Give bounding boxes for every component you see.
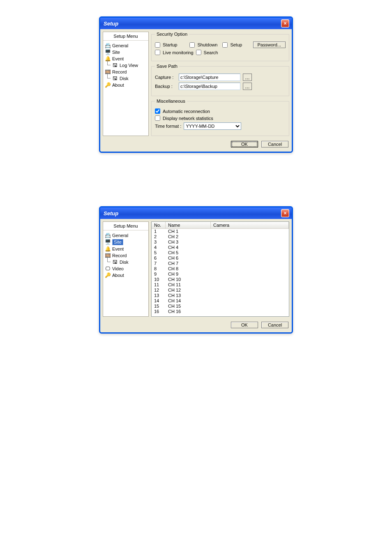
sidebar: Setup Menu 📇General🖥️Site🔔Event🖫Log View… <box>103 32 149 136</box>
cell-no: 10 <box>152 277 166 282</box>
tree-item-label: Event <box>112 56 124 62</box>
cell-no: 8 <box>152 266 166 272</box>
cell-camera <box>211 298 289 304</box>
tree-item-general[interactable]: 📇General <box>104 42 148 49</box>
list-item[interactable]: 5CH 5 <box>152 250 289 256</box>
cell-name: CH 10 <box>166 277 211 282</box>
tree-item-label: Event <box>112 246 124 252</box>
cell-camera <box>211 277 289 282</box>
backup-browse-button[interactable]: ... <box>243 83 252 90</box>
tree-item-event[interactable]: 🔔Event <box>104 55 148 62</box>
disk-icon: 🖫 <box>112 76 118 81</box>
cell-no: 5 <box>152 250 166 256</box>
tree-item-disk[interactable]: 🖫Disk <box>111 259 148 265</box>
list-item[interactable]: 9CH 9 <box>152 272 289 277</box>
list-item[interactable]: 4CH 4 <box>152 245 289 250</box>
tree-item-video[interactable]: 🖵Video <box>104 265 148 272</box>
backup-path-input[interactable] <box>179 83 240 90</box>
dialog-title: Setup <box>104 210 118 216</box>
titlebar[interactable]: Setup × <box>100 207 292 219</box>
tree-item-event[interactable]: 🔔Event <box>104 246 148 252</box>
main-panel: Security Option Startup Shutdown Setup P… <box>151 32 289 136</box>
cell-no: 6 <box>152 256 166 261</box>
cancel-button[interactable]: Cancel <box>261 322 288 328</box>
timeformat-select[interactable]: YYYY-MM-DD <box>184 122 241 130</box>
main-panel: No. Name Camera 1CH 12CH 23CH 34CH 45CH … <box>151 221 289 317</box>
tree-item-general[interactable]: 📇General <box>104 232 148 239</box>
netstats-checkbox[interactable]: Display network statistics <box>155 115 213 121</box>
dialog-footer: OK Cancel <box>100 319 292 332</box>
autoreconnect-checkbox[interactable]: Automatic reconnection <box>155 108 210 114</box>
tree-item-label: Site <box>112 50 120 55</box>
tree-item-label: About <box>112 83 124 88</box>
titlebar[interactable]: Setup × <box>100 18 292 29</box>
list-item[interactable]: 12CH 12 <box>152 288 289 293</box>
site-icon: 🖥️ <box>105 49 111 55</box>
miscellaneous-group: Miscellaneous Automatic reconnection Dis… <box>151 99 289 136</box>
misc-legend: Miscellaneous <box>155 99 187 104</box>
cell-name: CH 16 <box>166 309 211 314</box>
sidebar-title: Setup Menu <box>103 222 148 230</box>
ok-button[interactable]: OK <box>231 322 258 328</box>
shutdown-checkbox[interactable]: Shutdown <box>189 42 217 48</box>
cell-no: 9 <box>152 272 166 277</box>
list-item[interactable]: 2CH 2 <box>152 234 289 240</box>
cell-camera <box>211 293 289 298</box>
capture-path-input[interactable] <box>179 74 240 81</box>
search-checkbox[interactable]: Search <box>196 50 218 55</box>
column-camera[interactable]: Camera <box>211 222 289 228</box>
cancel-button[interactable]: Cancel <box>261 141 288 147</box>
sidebar-title: Setup Menu <box>103 32 148 41</box>
setup-checkbox[interactable]: Setup <box>222 42 242 48</box>
cell-no: 16 <box>152 309 166 314</box>
cell-name: CH 5 <box>166 250 211 256</box>
tree-item-about[interactable]: 🔑About <box>104 82 148 88</box>
setup-dialog-site: Setup × Setup Menu 📇General🖥️Site🔔Event🎞… <box>99 206 293 334</box>
list-item[interactable]: 10CH 10 <box>152 277 289 282</box>
list-item[interactable]: 1CH 1 <box>152 229 289 234</box>
record-icon: 🎞️ <box>105 253 111 258</box>
tree-item-site[interactable]: 🖥️Site <box>104 239 148 246</box>
tree-item-label: About <box>112 273 124 278</box>
tree-item-label: General <box>112 43 128 48</box>
tree-item-disk[interactable]: 🖫Disk <box>111 75 148 82</box>
tree-item-label: Disk <box>120 260 128 265</box>
column-name[interactable]: Name <box>166 222 211 228</box>
cell-camera <box>211 256 289 261</box>
tree-item-site[interactable]: 🖥️Site <box>104 49 148 55</box>
record-icon: 🎞️ <box>105 69 111 75</box>
list-item[interactable]: 3CH 3 <box>152 240 289 245</box>
tree-item-about[interactable]: 🔑About <box>104 272 148 279</box>
about-icon: 🔑 <box>105 82 111 88</box>
close-icon[interactable]: × <box>281 19 289 28</box>
list-item[interactable]: 11CH 11 <box>152 282 289 288</box>
list-item[interactable]: 7CH 7 <box>152 261 289 266</box>
tree-item-label: Site <box>112 239 123 245</box>
cell-no: 12 <box>152 288 166 293</box>
capture-browse-button[interactable]: ... <box>243 74 252 81</box>
ok-button[interactable]: OK <box>231 141 258 147</box>
startup-checkbox[interactable]: Startup <box>155 42 177 48</box>
cell-name: CH 12 <box>166 288 211 293</box>
listview-rows: 1CH 12CH 23CH 34CH 45CH 56CH 67CH 78CH 8… <box>152 229 289 316</box>
list-item[interactable]: 14CH 14 <box>152 298 289 304</box>
livemonitoring-checkbox[interactable]: Live monitoring <box>155 50 194 55</box>
dialog-title: Setup <box>104 21 118 27</box>
tree-item-log-view[interactable]: 🖫Log View <box>111 62 148 69</box>
tree-item-record[interactable]: 🎞️Record <box>104 252 148 259</box>
list-item[interactable]: 6CH 6 <box>152 256 289 261</box>
list-item[interactable]: 15CH 15 <box>152 304 289 309</box>
cell-no: 2 <box>152 234 166 240</box>
cell-name: CH 6 <box>166 256 211 261</box>
setup-dialog-general: Setup × Setup Menu 📇General🖥️Site🔔Event🖫… <box>99 16 293 153</box>
close-icon[interactable]: × <box>281 209 289 217</box>
tree-item-record[interactable]: 🎞️Record <box>104 69 148 75</box>
list-item[interactable]: 16CH 16 <box>152 309 289 314</box>
cell-name: CH 7 <box>166 261 211 266</box>
list-item[interactable]: 13CH 13 <box>152 293 289 298</box>
channel-listview[interactable]: No. Name Camera 1CH 12CH 23CH 34CH 45CH … <box>151 221 289 317</box>
list-item[interactable]: 8CH 8 <box>152 266 289 272</box>
save-path-group: Save Path Capture : ... Backup : ... <box>151 64 289 96</box>
column-no[interactable]: No. <box>152 222 166 228</box>
password-button[interactable]: Password... <box>253 41 286 48</box>
